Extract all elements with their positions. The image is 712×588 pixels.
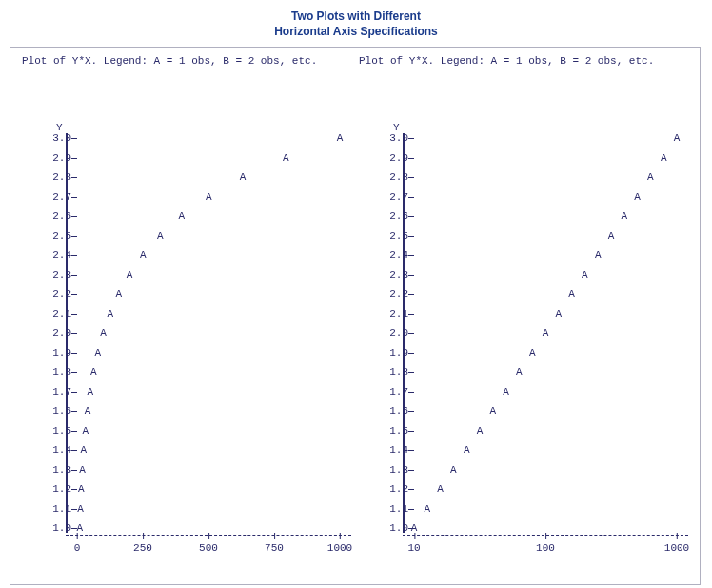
y-tick: 1.5 — [35, 425, 71, 437]
title-line2: Horizontal Axis Specifications — [274, 25, 438, 38]
data-point: A — [516, 366, 523, 378]
y-tick: 1.3 — [35, 464, 71, 476]
y-tick: 2.9 — [372, 152, 408, 164]
y-tick: 1.8 — [372, 366, 408, 378]
data-point: A — [424, 503, 430, 515]
y-tick: 2.3 — [35, 269, 71, 281]
data-point: A — [157, 230, 164, 242]
x-tick: 0 — [74, 542, 81, 554]
data-point: A — [647, 171, 654, 183]
data-point: A — [477, 425, 484, 437]
y-tick: 1.3 — [372, 464, 408, 476]
y-tick: 2.8 — [35, 171, 71, 183]
x-tick: 750 — [265, 542, 284, 554]
x-tick: 10 — [407, 542, 420, 554]
legend-right: Plot of Y*X. Legend: A = 1 obs, B = 2 ob… — [355, 55, 692, 67]
y-tick: 1.4 — [372, 444, 408, 456]
title-line1: Two Plots with Different — [291, 10, 421, 23]
y-tick: 3.0 — [35, 132, 71, 144]
x-tick: 500 — [199, 542, 218, 554]
y-tick: 1.7 — [372, 386, 408, 398]
page-title: Two Plots with Different Horizontal Axis… — [10, 10, 702, 39]
y-tick: 2.2 — [372, 288, 408, 300]
y-tick: 1.6 — [372, 405, 408, 417]
y-tick: 2.4 — [372, 249, 408, 261]
data-point: A — [79, 464, 86, 476]
data-point: A — [206, 191, 212, 203]
y-tick: 1.7 — [35, 386, 71, 398]
y-tick: 1.5 — [372, 425, 408, 437]
data-point: A — [77, 503, 84, 515]
data-point: A — [489, 405, 496, 417]
data-point: A — [437, 483, 444, 495]
data-point: A — [76, 522, 83, 534]
y-tick: 2.1 — [35, 308, 71, 320]
data-point: A — [95, 347, 102, 359]
y-tick: 1.0 — [372, 522, 408, 534]
data-point: A — [674, 132, 681, 144]
data-point: A — [90, 366, 97, 378]
data-point: A — [81, 444, 88, 456]
y-tick: 1.4 — [35, 444, 71, 456]
data-point: A — [582, 269, 588, 281]
y-tick: 2.2 — [35, 288, 71, 300]
plot-container: Y 3.02.92.82.72.62.52.42.32.22.12.01.91.… — [18, 76, 692, 577]
data-point: A — [107, 308, 113, 320]
data-point: A — [240, 171, 247, 183]
data-point: A — [529, 347, 536, 359]
data-point: A — [661, 152, 667, 164]
y-tick: 1.2 — [372, 483, 408, 495]
data-point: A — [555, 308, 562, 320]
data-point: A — [100, 327, 107, 339]
y-tick: 2.9 — [35, 152, 71, 164]
data-point: A — [283, 152, 289, 164]
plot-left-linear: Y 3.02.92.82.72.62.52.42.32.22.12.01.91.… — [18, 76, 355, 577]
y-tick: 2.6 — [372, 210, 408, 222]
data-point: A — [88, 386, 94, 398]
data-point: A — [568, 288, 575, 300]
y-tick: 1.1 — [35, 503, 71, 515]
y-tick: 2.7 — [35, 191, 71, 203]
legend-left: Plot of Y*X. Legend: A = 1 obs, B = 2 ob… — [18, 55, 355, 67]
plot-right-log: Y 3.02.92.82.72.62.52.42.32.22.12.01.91.… — [355, 76, 692, 577]
y-tick: 2.0 — [35, 327, 71, 339]
y-tick: 1.1 — [372, 503, 408, 515]
y-tick: 1.2 — [35, 483, 71, 495]
data-point: A — [634, 191, 641, 203]
y-tick: 1.9 — [35, 347, 71, 359]
data-point: A — [411, 522, 418, 534]
y-tick: 1.9 — [372, 347, 408, 359]
y-tick: 1.0 — [35, 522, 71, 534]
x-tick: 1000 — [664, 542, 689, 554]
data-point: A — [621, 210, 627, 222]
y-tick: 2.0 — [372, 327, 408, 339]
data-point: A — [78, 483, 85, 495]
y-tick: 2.7 — [372, 191, 408, 203]
y-tick: 2.8 — [372, 171, 408, 183]
legend-row: Plot of Y*X. Legend: A = 1 obs, B = 2 ob… — [18, 55, 692, 67]
data-point: A — [179, 210, 186, 222]
data-point: A — [608, 230, 615, 242]
y-tick: 3.0 — [372, 132, 408, 144]
y-tick: 1.8 — [35, 366, 71, 378]
data-point: A — [140, 249, 147, 261]
data-point: A — [115, 288, 122, 300]
y-tick: 2.4 — [35, 249, 71, 261]
data-point: A — [337, 132, 344, 144]
data-point: A — [595, 249, 602, 261]
plot-frame: Plot of Y*X. Legend: A = 1 obs, B = 2 ob… — [10, 47, 701, 585]
data-point: A — [543, 327, 549, 339]
y-tick: 2.5 — [372, 230, 408, 242]
data-point: A — [503, 386, 509, 398]
x-tick: 1000 — [327, 542, 352, 554]
y-tick: 1.6 — [35, 405, 71, 417]
y-tick: 2.5 — [35, 230, 71, 242]
x-tick: 100 — [536, 542, 555, 554]
y-tick: 2.1 — [372, 308, 408, 320]
data-point: A — [85, 405, 91, 417]
y-tick: 2.3 — [372, 269, 408, 281]
data-point: A — [450, 464, 457, 476]
y-tick: 2.6 — [35, 210, 71, 222]
data-point: A — [82, 425, 89, 437]
data-point: A — [127, 269, 133, 281]
